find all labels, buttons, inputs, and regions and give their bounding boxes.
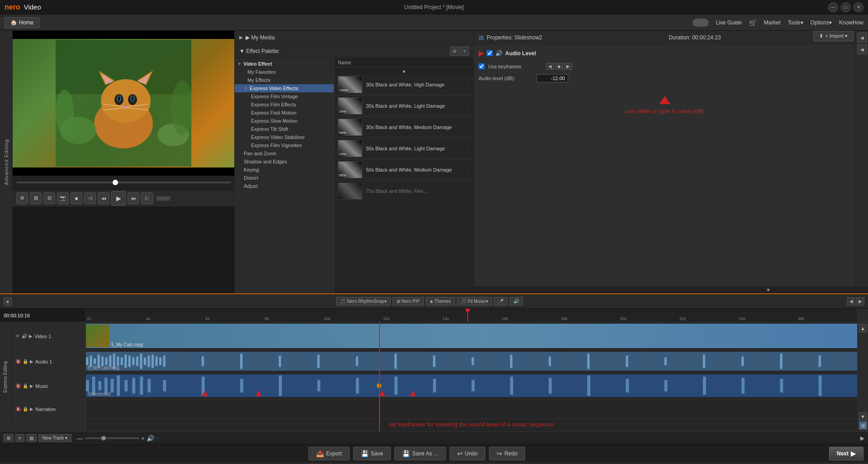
effect-palette-bar[interactable]: ▼ Effect Palette: ⊞ ≡ [235, 44, 474, 58]
more-options-btn[interactable]: ··· [156, 435, 160, 440]
tree-item-express-tilt-shift[interactable]: Express Tilt Shift [235, 125, 334, 133]
effect-options-icon[interactable]: ⋮ [465, 104, 470, 109]
scrubber-thumb[interactable] [113, 180, 118, 185]
zoom-in-btn[interactable]: + [141, 435, 145, 442]
use-keyframes-checkbox[interactable] [479, 63, 484, 69]
list-item[interactable]: 56% 30s Black and White, Medium Damage ⋮ [334, 117, 474, 138]
rs-btn-1[interactable]: ◀ [857, 33, 867, 43]
tree-item-pan-zoom[interactable]: Pan and Zoom [235, 149, 334, 158]
zoom-slider[interactable] [85, 437, 139, 439]
rs-btn-2[interactable]: ◀ [857, 44, 867, 54]
timeline-scroll-up[interactable]: ▲ [859, 324, 867, 332]
track-grid-btn-2[interactable]: ≡ [15, 434, 24, 442]
track-grid-btn-1[interactable]: ⊞ [4, 434, 14, 442]
timeline-ruler[interactable]: 2s 4s 6s 8s 10s 12s 14s 16s 18s 20s 22s … [86, 309, 857, 322]
add-keyframe-button[interactable]: ◆ [555, 63, 563, 70]
speaker-button[interactable]: 🔊 [509, 297, 523, 306]
next-keyframe-button[interactable]: ▶ [564, 63, 572, 70]
tree-item-keying[interactable]: Keying [235, 166, 334, 174]
list-item[interactable]: 29% 30s Black and White, Light Damage ⋮ [334, 96, 474, 117]
trim-right-button[interactable]: ▷ [141, 192, 153, 204]
tree-item-express-film-vignettes[interactable]: Express Film Vignettes [235, 141, 334, 149]
effect-options-icon[interactable]: ⋮ [465, 125, 470, 130]
snapshot-button[interactable]: 📷 [57, 192, 69, 204]
knowhow-menu[interactable]: KnowHow [839, 19, 863, 26]
scroll-right-icon[interactable]: ▶ [860, 435, 864, 441]
timeline-toggle-btn[interactable]: ▲ [4, 297, 12, 306]
tree-item-express-film-vintage[interactable]: Express Film Vintage [235, 92, 334, 100]
save-as-button[interactable]: 💾 Save As ... [394, 447, 446, 460]
list-item[interactable]: 70s Black and White, Film... [334, 181, 474, 202]
my-media-bar[interactable]: ▶ ▶ My Media [235, 31, 474, 44]
collapse-left-btn[interactable]: ◀ [847, 297, 855, 306]
play-button[interactable]: ▶ [111, 191, 126, 206]
video1-clip[interactable]: 5_My Cats.mpg [86, 324, 857, 348]
timeline-scroll-down[interactable]: ▼ [859, 412, 867, 421]
fit-music-button[interactable]: 🎵 Fit Music▾ [457, 297, 492, 306]
audio1-clip[interactable]: 5_My Cats.mpg [86, 352, 857, 371]
collapse-right-btn[interactable]: ▶ [856, 297, 864, 306]
tree-item-video-effect[interactable]: ▼ Video Effect [235, 60, 334, 68]
music-lock-icon[interactable]: 🔒 [23, 383, 28, 388]
list-view-icon[interactable]: ≡ [460, 47, 469, 56]
next-frame-button[interactable]: ⏭ [128, 192, 139, 204]
tree-item-express-fast-motion[interactable]: Express Fast Motion [235, 109, 334, 117]
undo-button[interactable]: ↩ Undo [450, 447, 486, 460]
new-track-button[interactable]: New Track ▾ [38, 434, 71, 442]
stop-button[interactable]: ■ [71, 192, 82, 204]
effect-options-icon[interactable]: ⋮ [465, 82, 470, 87]
scroll-up-button[interactable]: ▲ [334, 67, 474, 74]
tree-item-express-video-stabilizer[interactable]: Express Video Stabilizer [235, 133, 334, 141]
prev-frame-button[interactable]: ⏮ [98, 192, 109, 204]
track-grid-btn-3[interactable]: ▤ [26, 434, 37, 442]
music-clip[interactable]: Slideshow2 [86, 374, 857, 397]
options-menu[interactable]: Options▾ [811, 19, 832, 26]
nero-pip-button[interactable]: ⊞ Nero PiP [393, 297, 424, 306]
minimize-button[interactable]: — [828, 2, 838, 12]
list-item[interactable]: 23% 50s Black and White, Light Damage ⋮ [334, 138, 474, 159]
video1-expand-icon[interactable]: ▶ [29, 334, 33, 339]
list-item[interactable]: 100% 30s Black and White, High Damage ⋮ [334, 74, 474, 96]
fit-button[interactable]: ⊞ [30, 192, 42, 204]
home-button[interactable]: 🏠 Home [5, 17, 39, 28]
prev-keyframe-button[interactable]: ◀ [546, 63, 554, 70]
tree-item-express-film-effects[interactable]: Express Film Effects [235, 100, 334, 109]
tree-item-my-favorites[interactable]: My Favorites [235, 68, 334, 76]
music-mute-icon[interactable]: 🔇 [15, 383, 21, 388]
close-button[interactable]: ✕ [854, 2, 863, 12]
maximize-button[interactable]: □ [841, 2, 851, 12]
live-guide-toggle[interactable] [693, 19, 709, 27]
audio1-mute-icon[interactable]: 🔇 [15, 359, 21, 364]
mic-button[interactable]: 🎤 [494, 297, 508, 306]
import-button[interactable]: ⬇ + Import ▾ [813, 31, 854, 41]
themes-button[interactable]: ◈ Themes [426, 297, 455, 306]
tree-item-my-effects[interactable]: My Effects [235, 76, 334, 84]
audio1-lock-icon[interactable]: 🔒 [23, 359, 28, 364]
video1-eye-icon[interactable]: 👁 [15, 334, 20, 339]
grid-view-icon[interactable]: ⊞ [450, 47, 459, 56]
audio-level-input[interactable] [536, 74, 568, 82]
grid-button[interactable]: ⊟ [43, 192, 55, 204]
video1-mute-icon[interactable]: 🔊 [22, 334, 27, 339]
volume-control[interactable]: ||||||||||||| [157, 196, 170, 201]
tree-item-express-slow-motion[interactable]: Express Slow Motion [235, 117, 334, 125]
redo-button[interactable]: ↪ Redo [489, 447, 525, 460]
tree-item-express-video[interactable]: ▼ Express Video Effects [235, 84, 334, 92]
zoom-out-btn[interactable]: — [77, 435, 83, 442]
save-button[interactable]: 💾 Save [353, 447, 391, 460]
narration-expand-icon[interactable]: ▶ [30, 407, 33, 411]
timeline-h-scroll[interactable]: ▶ [860, 435, 864, 441]
timeline-extra-btn[interactable]: ⊞ [859, 421, 867, 430]
tree-item-adjust[interactable]: Adjust [235, 182, 334, 190]
tree-item-shadow-edges[interactable]: Shadow and Edges [235, 158, 334, 166]
nero-rhythmsnap-button[interactable]: 🎵 Nero RhythmSnap▾ [336, 297, 390, 306]
audio1-expand-icon[interactable]: ▶ [30, 359, 33, 364]
narration-lock-icon[interactable]: 🔒 [23, 407, 28, 411]
music-expand-icon[interactable]: ▶ [30, 383, 33, 388]
trim-button[interactable]: ◁ [84, 192, 96, 204]
market-menu[interactable]: Market [764, 19, 781, 26]
settings-button[interactable]: ⚙ [16, 192, 28, 204]
effect-options-icon[interactable]: ⋮ [465, 146, 470, 151]
export-button[interactable]: 📤 Export [308, 447, 350, 460]
next-button[interactable]: Next ▶ [829, 447, 863, 460]
